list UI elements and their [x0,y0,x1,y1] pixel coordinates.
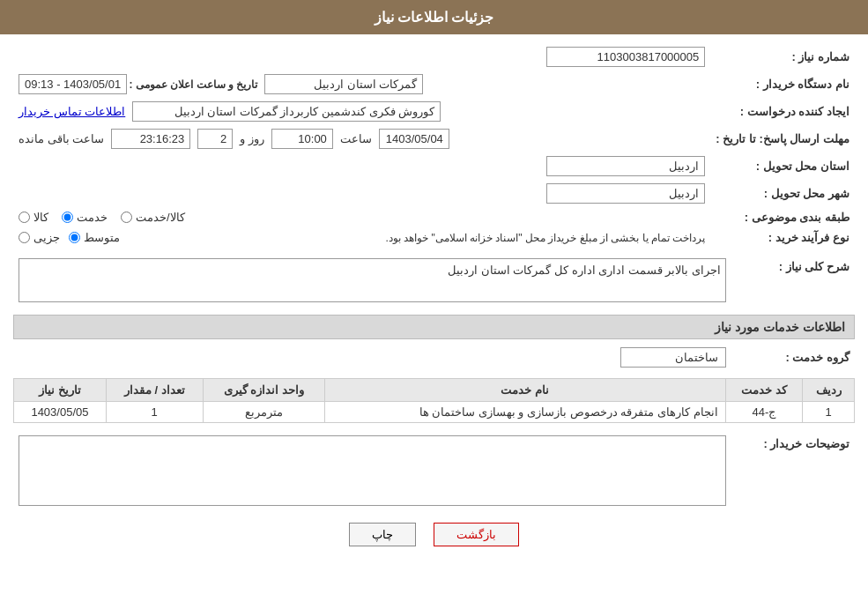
announce-label: تاریخ و ساعت اعلان عمومی : [134,78,257,91]
deadline-remaining-field: 23:16:23 [111,129,190,149]
deadline-date-field: 1403/05/04 [379,129,449,149]
info-table: شماره نیاز : 1103003817000005 نام دستگاه… [13,43,855,248]
page-header: جزئیات اطلاعات نیاز [0,0,868,34]
deadline-cell: 1403/05/04 ساعت 10:00 روز و 2 23:16:23 [13,125,710,152]
radio-kala-label: کالا [33,211,48,224]
cell-unit: مترمربع [203,402,324,423]
creator-cell: کوروش فکری کندشمین کاربرداز گمرکات استان… [13,98,710,125]
creator-field: کوروش فکری کندشمین کاربرداز گمرکات استان… [132,101,441,122]
row-city: شهر محل تحویل : اردبیل [13,180,855,207]
general-desc-table: شرح کلی نیاز : اجرای بالابر قسمت اداری ا… [13,255,855,306]
radio-kala-khadamat-label: کالا/خدمت [136,211,185,224]
radio-motavasset[interactable]: متوسط [69,231,120,244]
radio-jozi[interactable]: جزیی [19,231,60,244]
radio-kala-khadamat-input[interactable] [121,212,132,223]
radio-motavasset-input[interactable] [69,232,80,243]
radio-khadamat-input[interactable] [62,212,73,223]
need-number-label: شماره نیاز : [710,43,855,71]
deadline-time-field: 10:00 [271,129,333,149]
row-service-group: گروه خدمت : ساختمان [13,344,855,371]
radio-kala-input[interactable] [19,212,30,223]
general-desc-cell: اجرای بالابر قسمت اداری اداره کل گمرکات … [13,255,731,306]
cell-row: 1 [803,402,855,423]
col-date: تاریخ نیاز [14,379,107,402]
category-label: طبقه بندی موضوعی : [710,207,855,227]
service-group-cell: ساختمان [13,344,731,371]
general-desc-label: شرح کلی نیاز : [731,255,855,306]
buyer-announce-cell: گمرکات استان اردبیل تاریخ و ساعت اعلان ع… [13,71,710,98]
col-row: ردیف [803,379,855,402]
service-group-field: ساختمان [620,347,726,368]
page-container: جزئیات اطلاعات نیاز شماره نیاز : 1103003… [0,0,868,609]
category-cell: کالا/خدمت خدمت کالا [13,207,710,227]
row-province: استان محل تحویل : اردبیل [13,152,855,180]
announce-field: 1403/05/01 - 09:13 [19,74,127,94]
print-button[interactable]: چاپ [349,523,416,546]
city-cell: اردبیل [13,180,710,207]
radio-motavasset-label: متوسط [84,231,120,244]
province-cell: اردبیل [13,152,710,180]
deadline-days-label: روز و [240,132,264,145]
buyer-notes-field [19,435,726,506]
row-need-number: شماره نیاز : 1103003817000005 [13,43,855,71]
deadline-remaining-label: ساعت باقی مانده [19,132,104,145]
city-field: اردبیل [546,183,705,204]
process-note: پرداخت تمام یا بخشی از مبلغ خریداز محل "… [129,232,705,244]
need-number-field: 1103003817000005 [546,47,705,67]
radio-kala-khadamat[interactable]: کالا/خدمت [121,211,185,224]
services-table-head: ردیف کد خدمت نام خدمت واحد اندازه گیری ت… [14,379,855,402]
row-creator: ایجاد کننده درخواست : کوروش فکری کندشمین… [13,98,855,125]
city-label: شهر محل تحویل : [710,180,855,207]
buyer-notes-label: توضیحات خریدار : [731,432,855,509]
row-process: نوع فرآیند خرید : پرداخت تمام یا بخشی از… [13,227,855,248]
radio-khadamat-label: خدمت [77,211,108,224]
row-buyer-announce: نام دستگاه خریدار : گمرکات استان اردبیل … [13,71,855,98]
buyer-name-field: گمرکات استان اردبیل [264,74,423,94]
row-buyer-notes: توضیحات خریدار : [13,432,855,509]
main-content: شماره نیاز : 1103003817000005 نام دستگاه… [0,34,868,568]
radio-jozi-input[interactable] [19,232,30,243]
contact-link[interactable]: اطلاعات تماس خریدار [19,105,125,118]
row-category: طبقه بندی موضوعی : کالا/خدمت خدمت کالا [13,207,855,227]
cell-date: 1403/05/05 [14,402,107,423]
service-group-table: گروه خدمت : ساختمان [13,344,855,371]
buyer-notes-cell [13,432,731,509]
need-number-value: 1103003817000005 [13,43,710,71]
services-table-body: 1 ج-44 انجام کارهای متفرقه درخصوص بازساز… [14,402,855,423]
services-section-title: اطلاعات خدمات مورد نیاز [13,315,855,339]
cell-service-name: انجام کارهای متفرقه درخصوص بازسازی و بهس… [324,402,725,423]
province-field: اردبیل [546,156,705,176]
cell-quantity: 1 [106,402,203,423]
process-label: نوع فرآیند خرید : [710,227,855,248]
radio-jozi-label: جزیی [33,231,60,244]
buyer-notes-table: توضیحات خریدار : [13,432,855,509]
cell-service-code: ج-44 [725,402,803,423]
col-service-code: کد خدمت [725,379,803,402]
row-deadline: مهلت ارسال پاسخ: تا تاریخ : 1403/05/04 س… [13,125,855,152]
province-label: استان محل تحویل : [710,152,855,180]
general-desc-field: اجرای بالابر قسمت اداری اداره کل گمرکات … [19,258,726,302]
service-group-label: گروه خدمت : [731,344,855,371]
col-service-name: نام خدمت [324,379,725,402]
radio-khadamat[interactable]: خدمت [62,211,108,224]
general-desc-value: اجرای بالابر قسمت اداری اداره کل گمرکات … [448,264,721,277]
deadline-time-label: ساعت [340,132,372,145]
deadline-label: مهلت ارسال پاسخ: تا تاریخ : [710,125,855,152]
col-unit: واحد اندازه گیری [203,379,324,402]
back-button[interactable]: بازگشت [434,523,519,546]
buttons-row: بازگشت چاپ [13,523,855,546]
table-row: 1 ج-44 انجام کارهای متفرقه درخصوص بازساز… [14,402,855,423]
deadline-days-field: 2 [197,129,233,149]
services-table-header-row: ردیف کد خدمت نام خدمت واحد اندازه گیری ت… [14,379,855,402]
buyer-name-label: نام دستگاه خریدار : [710,71,855,98]
services-table: ردیف کد خدمت نام خدمت واحد اندازه گیری ت… [13,378,855,423]
process-cell: پرداخت تمام یا بخشی از مبلغ خریداز محل "… [13,227,710,248]
page-title: جزئیات اطلاعات نیاز [375,10,494,25]
row-general-desc: شرح کلی نیاز : اجرای بالابر قسمت اداری ا… [13,255,855,306]
creator-label: ایجاد کننده درخواست : [710,98,855,125]
radio-kala[interactable]: کالا [19,211,48,224]
col-quantity: تعداد / مقدار [106,379,203,402]
